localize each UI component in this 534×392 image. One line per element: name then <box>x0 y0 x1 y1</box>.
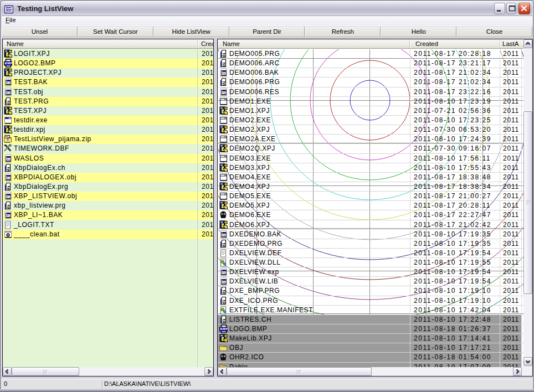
svg-text:BMP: BMP <box>220 327 228 331</box>
svg-text:BMP: BMP <box>5 61 12 65</box>
